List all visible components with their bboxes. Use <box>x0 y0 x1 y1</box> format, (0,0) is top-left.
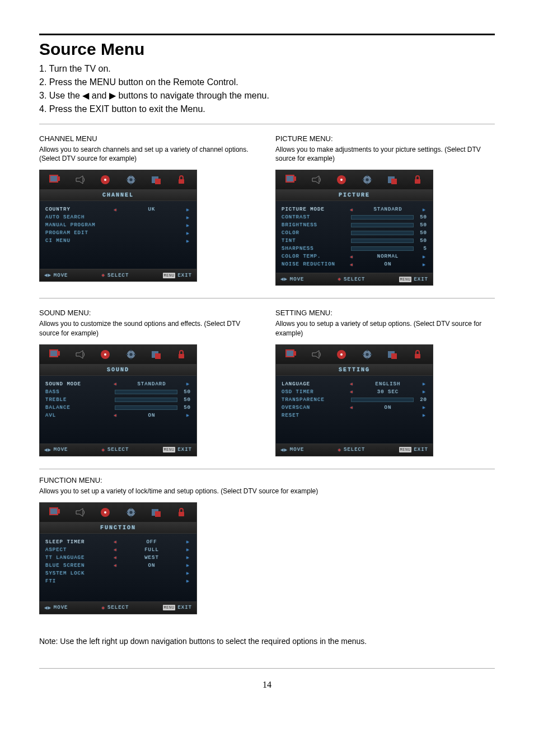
osd-tab-icon[interactable] <box>335 348 348 361</box>
osd-row[interactable]: RESET▶ <box>282 412 427 419</box>
osd-row[interactable]: OSD TIMER◀30 SEC▶ <box>282 388 427 396</box>
left-arrow-icon[interactable]: ◀ <box>349 254 354 259</box>
osd-row[interactable]: CONTRAST50 <box>282 213 427 221</box>
osd-row[interactable]: SYSTEM LOCK▶ <box>45 570 191 577</box>
osd-slider[interactable] <box>351 231 414 235</box>
osd-tab-icon[interactable] <box>99 174 111 186</box>
osd-row[interactable]: TREBLE50 <box>45 396 191 404</box>
osd-tab-icon[interactable] <box>150 348 162 361</box>
left-arrow-icon[interactable]: ◀ <box>113 539 118 544</box>
right-arrow-icon[interactable]: ▶ <box>421 381 427 386</box>
osd-tab-icon[interactable] <box>310 174 322 186</box>
osd-row[interactable]: SOUND MODE◀STANDARD▶ <box>45 380 191 388</box>
osd-tab-icon[interactable] <box>361 348 373 361</box>
osd-row[interactable]: BRIGHTNESS50 <box>282 221 427 229</box>
osd-tab-icon[interactable] <box>150 174 162 186</box>
osd-row[interactable]: COLOR50 <box>282 229 427 237</box>
osd-tab-icon[interactable] <box>175 506 188 519</box>
left-arrow-icon[interactable]: ◀ <box>113 563 118 568</box>
left-arrow-icon[interactable]: ◀ <box>113 555 118 560</box>
right-arrow-icon[interactable]: ▶ <box>185 231 191 236</box>
osd-tab-icon[interactable] <box>411 348 424 361</box>
right-arrow-icon[interactable]: ▶ <box>185 381 191 386</box>
osd-tab-icon[interactable] <box>125 174 137 186</box>
osd-tab-icon[interactable] <box>150 506 162 519</box>
right-arrow-icon[interactable]: ▶ <box>185 555 191 560</box>
right-arrow-icon[interactable]: ▶ <box>185 215 191 220</box>
osd-slider[interactable] <box>351 246 414 251</box>
osd-tab-icon[interactable] <box>49 174 61 186</box>
right-arrow-icon[interactable]: ▶ <box>185 413 191 418</box>
osd-row[interactable]: CI MENU▶ <box>45 237 191 245</box>
osd-row[interactable]: BASS50 <box>45 388 191 396</box>
osd-tab-icon[interactable] <box>335 174 348 186</box>
left-arrow-icon[interactable]: ◀ <box>349 405 354 410</box>
osd-tab-icon[interactable] <box>125 348 137 361</box>
osd-slider[interactable] <box>115 398 177 402</box>
osd-tab-icon[interactable] <box>411 174 424 186</box>
osd-slider[interactable] <box>115 390 177 394</box>
osd-tab-icon[interactable] <box>125 506 137 519</box>
left-arrow-icon[interactable]: ◀ <box>113 207 118 212</box>
osd-tab-icon[interactable] <box>310 348 322 361</box>
osd-row[interactable]: ASPECT◀FULL▶ <box>45 546 191 554</box>
right-arrow-icon[interactable]: ▶ <box>185 239 191 244</box>
osd-tab-icon[interactable] <box>285 348 297 361</box>
osd-row[interactable]: COLOR TEMP.◀NORMAL▶ <box>282 253 427 260</box>
right-arrow-icon[interactable]: ▶ <box>185 539 191 544</box>
right-arrow-icon[interactable]: ▶ <box>185 207 191 212</box>
osd-row[interactable]: TINT50 <box>282 237 427 245</box>
osd-tab-icon[interactable] <box>99 348 111 361</box>
osd-tab-icon[interactable] <box>99 506 111 519</box>
osd-row[interactable]: TT LANGUAGE◀WEST▶ <box>45 554 191 562</box>
left-arrow-icon[interactable]: ◀ <box>349 381 354 386</box>
osd-tab-icon[interactable] <box>74 174 86 186</box>
osd-tab-icon[interactable] <box>386 174 399 186</box>
osd-slider[interactable] <box>351 398 414 402</box>
osd-tab-icon[interactable] <box>49 348 61 361</box>
right-arrow-icon[interactable]: ▶ <box>421 405 427 410</box>
right-arrow-icon[interactable]: ▶ <box>185 223 191 228</box>
osd-row[interactable]: BALANCE50 <box>45 404 191 412</box>
right-arrow-icon[interactable]: ▶ <box>421 389 427 394</box>
right-arrow-icon[interactable]: ▶ <box>421 207 427 212</box>
osd-row[interactable]: FTI▶ <box>45 577 191 585</box>
left-arrow-icon[interactable]: ◀ <box>349 207 354 212</box>
osd-row[interactable]: COUNTRY◀UK▶ <box>45 206 191 213</box>
osd-slider[interactable] <box>351 223 414 227</box>
right-arrow-icon[interactable]: ▶ <box>185 563 191 568</box>
left-arrow-icon[interactable]: ◀ <box>113 381 118 386</box>
osd-slider[interactable] <box>351 215 414 220</box>
osd-tab-icon[interactable] <box>175 174 188 186</box>
osd-row[interactable]: AVL◀ON▶ <box>45 412 191 419</box>
osd-row[interactable]: TRANSPARENCE20 <box>282 396 427 404</box>
osd-tab-icon[interactable] <box>361 174 373 186</box>
osd-tab-icon[interactable] <box>386 348 399 361</box>
left-arrow-icon[interactable]: ◀ <box>113 413 118 418</box>
osd-tab-icon[interactable] <box>74 506 86 519</box>
osd-tab-icon[interactable] <box>285 174 297 186</box>
osd-slider[interactable] <box>115 405 177 410</box>
right-arrow-icon[interactable]: ▶ <box>421 262 427 267</box>
osd-row[interactable]: BLUE SCREEN◀ON▶ <box>45 562 191 570</box>
osd-slider[interactable] <box>351 239 414 243</box>
left-arrow-icon[interactable]: ◀ <box>349 389 354 394</box>
left-arrow-icon[interactable]: ◀ <box>113 547 118 552</box>
osd-tab-icon[interactable] <box>175 348 188 361</box>
left-arrow-icon[interactable]: ◀ <box>349 262 354 267</box>
osd-row[interactable]: PROGRAM EDIT▶ <box>45 229 191 237</box>
osd-row[interactable]: NOISE REDUCTION◀ON▶ <box>282 260 427 268</box>
osd-row[interactable]: MANUAL PROGRAM▶ <box>45 221 191 229</box>
osd-row[interactable]: OVERSCAN◀ON▶ <box>282 404 427 412</box>
osd-row[interactable]: SLEEP TIMER◀OFF▶ <box>45 538 191 546</box>
right-arrow-icon[interactable]: ▶ <box>421 413 427 418</box>
osd-row[interactable]: LANGUAGE◀ENGLISH▶ <box>282 380 427 388</box>
osd-tab-icon[interactable] <box>49 506 61 519</box>
right-arrow-icon[interactable]: ▶ <box>185 571 191 576</box>
osd-row[interactable]: AUTO SEARCH▶ <box>45 213 191 221</box>
right-arrow-icon[interactable]: ▶ <box>185 547 191 552</box>
right-arrow-icon[interactable]: ▶ <box>185 578 191 584</box>
osd-row[interactable]: PICTURE MODE◀STANDARD▶ <box>282 206 427 213</box>
osd-tab-icon[interactable] <box>74 348 86 361</box>
right-arrow-icon[interactable]: ▶ <box>421 254 427 259</box>
